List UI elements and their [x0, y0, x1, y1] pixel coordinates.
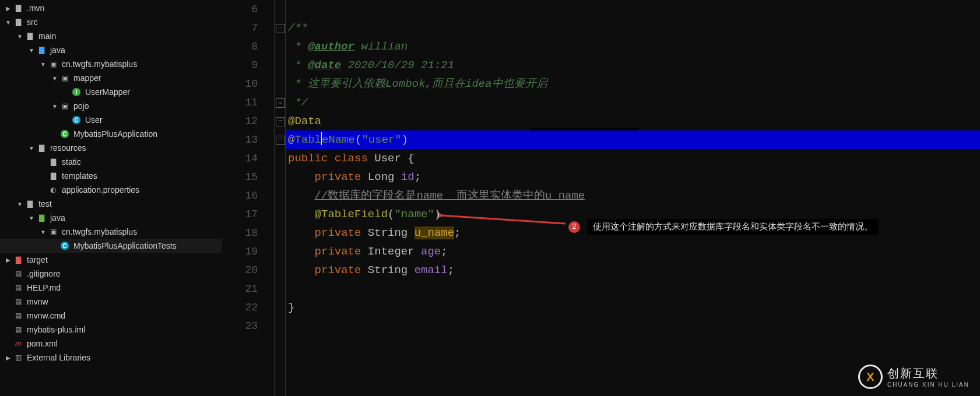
tree-item[interactable]: ▼▇java: [0, 211, 222, 225]
code-line[interactable]: * @author willian: [286, 37, 980, 56]
tree-item-label: resources: [50, 143, 86, 153]
line-number: 17: [222, 205, 274, 224]
tree-item[interactable]: ▤mvnw: [0, 295, 222, 309]
tree-item[interactable]: ▼▇resources: [0, 141, 222, 155]
file-icon: ▤: [13, 310, 23, 321]
disclosure-arrow-icon[interactable]: ▼: [28, 145, 35, 151]
disclosure-arrow-icon[interactable]: ▼: [16, 33, 23, 40]
disclosure-arrow-icon[interactable]: ▶: [5, 257, 12, 263]
disclosure-arrow-icon[interactable]: ▼: [40, 61, 47, 68]
folder-icon: ▇: [36, 213, 47, 223]
disclosure-arrow-icon[interactable]: ▼: [51, 75, 58, 82]
tree-item[interactable]: ▤HELP.md: [0, 281, 222, 295]
disclosure-arrow-icon[interactable]: ▼: [16, 201, 23, 207]
tree-item[interactable]: ▶▇target: [0, 253, 222, 267]
tree-item[interactable]: ▇static: [0, 155, 222, 169]
tree-item[interactable]: mpom.xml: [0, 337, 222, 351]
disclosure-arrow-icon[interactable]: ▼: [40, 229, 47, 235]
folder-icon: ▇: [24, 31, 35, 41]
code-line[interactable]: [286, 280, 980, 298]
disclosure-arrow-icon[interactable]: ▶: [5, 5, 12, 12]
line-number: 21: [222, 280, 274, 298]
code-line[interactable]: }: [286, 298, 980, 317]
tree-item-label: static: [62, 157, 81, 167]
tree-item-label: HELP.md: [27, 283, 61, 292]
disclosure-arrow-icon[interactable]: ▶: [5, 355, 12, 361]
disclosure-arrow-icon[interactable]: ▼: [51, 103, 58, 109]
disclosure-arrow-icon[interactable]: ▼: [5, 19, 12, 26]
class-icon: C: [59, 241, 70, 251]
code-line[interactable]: //数据库的字段名是name 而这里实体类中的u_name: [286, 186, 980, 205]
gutter: 67891011121314151617181920212223: [222, 0, 274, 396]
line-number: 16: [222, 186, 274, 205]
app-root: ▶▇.mvn▼▇src▼▇main▼▇java▼▣cn.twgfs.mybati…: [0, 0, 980, 396]
line-number: 19: [222, 242, 274, 261]
tree-item[interactable]: ▼▇main: [0, 29, 222, 43]
folder-icon: ▇: [48, 171, 58, 181]
tree-item[interactable]: ▼▣pojo: [0, 99, 222, 113]
code-line[interactable]: private String email;: [286, 261, 980, 280]
tree-item[interactable]: ▤.gitignore: [0, 267, 222, 281]
tree-item[interactable]: ▼▇java: [0, 43, 222, 57]
code-line[interactable]: @Data: [286, 112, 980, 130]
folder-icon: ▇: [13, 254, 23, 265]
tree-item-label: templates: [62, 171, 97, 181]
editor[interactable]: 67891011121314151617181920212223 −⌄−− 1 …: [222, 0, 980, 396]
tree-item[interactable]: CUser: [0, 113, 222, 127]
line-number: 6: [222, 0, 274, 19]
tree-item-label: MybatisPlusApplicationTests: [73, 241, 177, 250]
fold-end-icon[interactable]: ⌄: [276, 98, 285, 108]
tree-item[interactable]: ▤mvnw.cmd: [0, 309, 222, 323]
code-line[interactable]: /**: [286, 19, 980, 37]
tree-item[interactable]: ▤mybatis-plus.iml: [0, 323, 222, 337]
code-line[interactable]: [286, 317, 980, 335]
package-icon: ▣: [48, 227, 58, 237]
fold-collapse-icon[interactable]: −: [276, 24, 285, 33]
code-line[interactable]: private String u_name;: [286, 224, 980, 242]
code-line[interactable]: public class User {: [286, 149, 980, 168]
tree-item-label: pom.xml: [27, 339, 58, 348]
tree-item-label: cn.twgfs.mybatisplus: [62, 227, 137, 236]
disclosure-arrow-icon[interactable]: ▼: [28, 47, 35, 54]
tree-item[interactable]: ◐application.properties: [0, 183, 222, 197]
code-line[interactable]: * @date 2020/10/29 21:21: [286, 56, 980, 75]
fold-collapse-icon[interactable]: −: [276, 117, 285, 126]
line-number: 11: [222, 93, 274, 112]
tree-item-label: External Libraries: [27, 353, 90, 362]
tree-item-label: src: [27, 17, 38, 27]
line-number: 14: [222, 149, 274, 168]
tree-item[interactable]: ▼▣cn.twgfs.mybatisplus: [0, 225, 222, 239]
tree-item[interactable]: ▶▇.mvn: [0, 1, 222, 15]
spring-class-icon: C: [59, 129, 70, 139]
fold-column[interactable]: −⌄−−: [274, 0, 286, 396]
code-line[interactable]: private Long id;: [286, 168, 980, 186]
file-icon: ▤: [13, 324, 23, 335]
line-number: 12: [222, 112, 274, 130]
file-icon: ▤: [13, 282, 23, 293]
disclosure-arrow-icon[interactable]: ▼: [28, 215, 35, 221]
code-line[interactable]: */: [286, 93, 980, 112]
tree-item[interactable]: ▼▇src: [0, 15, 222, 29]
package-icon: ▣: [48, 59, 58, 69]
tree-item[interactable]: ▼▇test: [0, 197, 222, 211]
code-line[interactable]: [286, 0, 980, 19]
code-line[interactable]: private Integer age;: [286, 242, 980, 261]
tree-item[interactable]: ▼▣mapper: [0, 71, 222, 85]
fold-collapse-icon[interactable]: −: [276, 136, 285, 145]
folder-icon: ▇: [13, 3, 23, 13]
code-line[interactable]: * 这里要引入依赖Lombok,而且在idea中也要开启: [286, 75, 980, 93]
class-icon: C: [71, 115, 82, 125]
code-area[interactable]: 1 指定表名，也可以不指定 2 使用这个注解的方式来对应数据库字段名和实体类字段…: [286, 0, 980, 396]
tree-item[interactable]: ▇templates: [0, 169, 222, 183]
tree-item-label: mapper: [73, 73, 101, 83]
code-line[interactable]: @TableField("name"): [286, 205, 980, 224]
code-line[interactable]: @TableName("user"): [286, 130, 980, 149]
tree-item[interactable]: CMybatisPlusApplication: [0, 127, 222, 141]
tree-item[interactable]: CMybatisPlusApplicationTests: [0, 239, 222, 253]
project-tree[interactable]: ▶▇.mvn▼▇src▼▇main▼▇java▼▣cn.twgfs.mybati…: [0, 0, 222, 396]
line-number: 23: [222, 317, 274, 335]
package-icon: ▣: [59, 101, 70, 111]
tree-item[interactable]: ▶▥External Libraries: [0, 351, 222, 365]
tree-item[interactable]: IUserMapper: [0, 85, 222, 99]
tree-item[interactable]: ▼▣cn.twgfs.mybatisplus: [0, 57, 222, 71]
